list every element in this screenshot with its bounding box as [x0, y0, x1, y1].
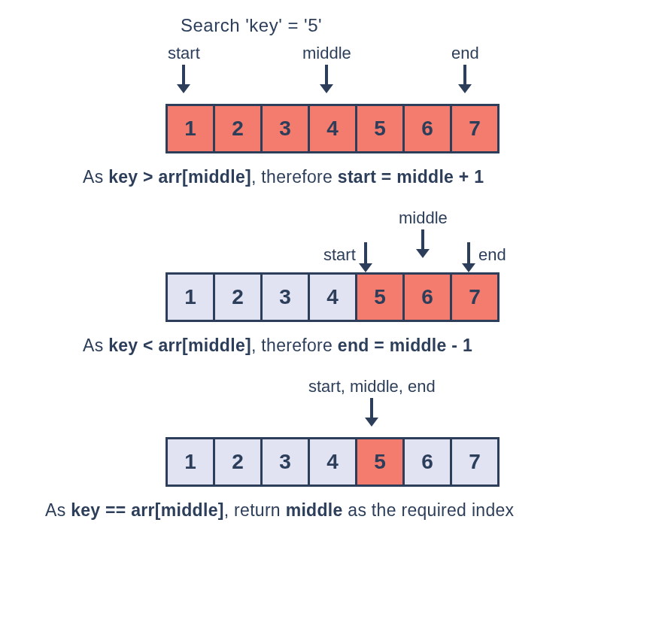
caption-text: As — [45, 500, 71, 520]
svg-marker-3 — [320, 84, 333, 93]
down-arrow-icon — [317, 65, 336, 93]
array-cell: 5 — [355, 437, 405, 487]
caption-text: As — [83, 336, 108, 355]
array-cell: 1 — [166, 272, 215, 322]
pointer-label: end — [451, 44, 479, 63]
caption-bold: start = middle + 1 — [338, 167, 484, 187]
pointer-label: start, middle, end — [308, 377, 436, 396]
array-cell: 3 — [260, 104, 310, 153]
array-row-1: 1 2 3 4 5 6 7 — [166, 104, 639, 153]
array-cell: 7 — [450, 104, 500, 153]
step-3: start, middle, end 1 2 3 4 5 6 7 As key … — [23, 377, 639, 521]
pointer-middle-1: middle — [302, 44, 351, 98]
array-cell: 3 — [260, 437, 310, 487]
svg-marker-1 — [177, 84, 190, 93]
pointer-label: start — [323, 245, 356, 265]
array-row-2: 1 2 3 4 5 6 7 — [166, 272, 639, 322]
svg-marker-7 — [359, 263, 372, 272]
caption-text: , therefore — [251, 336, 338, 355]
down-arrow-icon — [414, 229, 432, 258]
array-cell: 4 — [308, 272, 357, 322]
svg-marker-9 — [416, 249, 430, 258]
step-1: Search 'key' = '5' start middle end 1 2 … — [23, 15, 639, 187]
pointer-row-2: start middle end — [166, 208, 639, 272]
array-cell: 4 — [308, 104, 357, 153]
array-cell: 5 — [355, 272, 405, 322]
caption-text: as the required index — [343, 500, 515, 520]
array-cell: 2 — [213, 437, 263, 487]
array-cell: 1 — [166, 437, 215, 487]
caption-bold: middle — [286, 500, 343, 520]
caption-bold: key < arr[middle] — [108, 336, 251, 355]
down-arrow-icon — [460, 242, 477, 272]
svg-marker-5 — [458, 84, 472, 93]
step-2: start middle end 1 2 3 4 5 6 7 As key < … — [23, 208, 639, 356]
pointer-end-1: end — [451, 44, 479, 98]
pointer-start-1: start — [168, 44, 200, 98]
caption-text: , return — [224, 500, 286, 520]
pointer-label: middle — [302, 44, 351, 63]
caption-2: As key < arr[middle], therefore end = mi… — [83, 336, 639, 356]
caption-text: As — [83, 167, 108, 187]
down-arrow-icon — [357, 242, 374, 272]
search-title: Search 'key' = '5' — [181, 15, 639, 36]
pointer-row-3: start, middle, end — [166, 377, 639, 437]
array-cell: 7 — [450, 272, 500, 322]
array-cell: 3 — [260, 272, 310, 322]
down-arrow-icon — [175, 65, 193, 93]
svg-marker-11 — [462, 263, 475, 272]
pointer-middle-2: middle — [399, 208, 448, 263]
svg-marker-13 — [365, 418, 378, 427]
pointer-start-2: start — [323, 242, 374, 272]
pointer-combined-3: start, middle, end — [308, 377, 436, 431]
pointer-label: end — [478, 245, 506, 265]
caption-1: As key > arr[middle], therefore start = … — [83, 167, 639, 187]
array-cell: 2 — [213, 272, 263, 322]
array-cell: 2 — [213, 104, 263, 153]
caption-bold: end = middle - 1 — [338, 336, 472, 355]
array-cell: 6 — [402, 104, 452, 153]
caption-bold: key > arr[middle] — [108, 167, 251, 187]
down-arrow-icon — [363, 398, 381, 427]
pointer-end-2: end — [460, 242, 506, 272]
array-cell: 1 — [166, 104, 215, 153]
caption-text: , therefore — [251, 167, 338, 187]
array-row-3: 1 2 3 4 5 6 7 — [166, 437, 639, 487]
pointer-label: start — [168, 44, 200, 63]
pointer-row-1: start middle end — [166, 44, 639, 104]
caption-bold: key == arr[middle] — [71, 500, 224, 520]
down-arrow-icon — [456, 65, 474, 93]
pointer-label: middle — [399, 208, 448, 228]
array-cell: 6 — [402, 272, 452, 322]
array-cell: 7 — [450, 437, 500, 487]
array-cell: 6 — [402, 437, 452, 487]
caption-3: As key == arr[middle], return middle as … — [45, 500, 639, 521]
array-cell: 4 — [308, 437, 357, 487]
array-cell: 5 — [355, 104, 405, 153]
